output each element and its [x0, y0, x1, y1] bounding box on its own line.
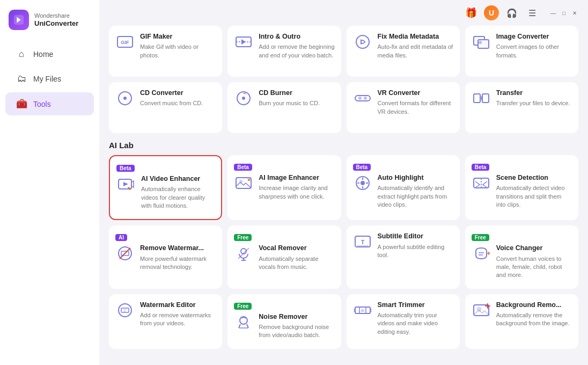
intro-outro-icon — [234, 32, 253, 52]
files-icon: 🗂 — [16, 74, 27, 84]
image-converter-desc: Convert images to other formats. — [496, 43, 572, 60]
card-smart-trimmer[interactable]: AI Smart Trimmer Automatically trim your… — [347, 294, 460, 349]
gif-maker-title: GIF Maker — [140, 32, 216, 41]
beta-badge-scene: Beta — [472, 164, 490, 171]
card-fix-metadata[interactable]: Fix Media Metadata Auto-fix and edit met… — [347, 26, 460, 77]
smart-trimmer-icon: AI — [353, 301, 372, 320]
card-background-remover[interactable]: Background Remo... Automatically remove … — [465, 294, 578, 349]
svg-rect-17 — [355, 96, 370, 101]
remove-watermark-desc: More powerful watermark removal technolo… — [140, 255, 216, 272]
image-converter-title: Image Converter — [496, 32, 572, 41]
card-vr-converter[interactable]: VR Converter Convert formats for differe… — [347, 82, 460, 133]
beta-badge-video: Beta — [116, 165, 135, 172]
remove-watermark-title: Remove Watermar... — [140, 244, 216, 252]
svg-text:T: T — [361, 239, 364, 245]
card-noise-remover[interactable]: Free Noise Remover Remove background noi… — [227, 294, 341, 349]
headset-icon[interactable]: 🎧 — [504, 5, 519, 20]
ai-image-enhancer-title: AI Image Enhancer — [259, 173, 334, 182]
free-badge-noise: Free — [234, 303, 252, 310]
home-icon: ⌂ — [16, 49, 27, 60]
svg-rect-20 — [474, 94, 480, 103]
transfer-desc: Transfer your files to device. — [496, 99, 572, 107]
svg-text:AI: AI — [361, 309, 364, 312]
intro-outro-title: Intro & Outro — [259, 32, 334, 41]
svg-point-8 — [361, 40, 364, 43]
subtitle-editor-desc: A powerful subtitle editing tool. — [378, 243, 453, 260]
background-remover-title: Background Remo... — [496, 301, 572, 309]
card-watermark-editor[interactable]: Watermark Editor Add or remove watermark… — [109, 294, 222, 349]
card-scene-detection[interactable]: Beta Scene Detection Automatically detec… — [465, 155, 578, 220]
sidebar: Wondershare UniConverter ⌂ Home 🗂 My Fil… — [0, 0, 99, 365]
svg-point-32 — [361, 181, 365, 185]
svg-line-41 — [238, 248, 249, 259]
card-auto-highlight[interactable]: Beta Auto Highlight — [347, 155, 460, 220]
smart-trimmer-title: Smart Trimmer — [378, 301, 453, 309]
ai-lab-title: AI Lab — [109, 141, 578, 150]
minimize-button[interactable]: — — [549, 9, 557, 17]
svg-point-18 — [358, 97, 362, 100]
background-remover-desc: Automatically remove the background from… — [496, 311, 572, 328]
close-button[interactable]: ✕ — [571, 9, 578, 17]
card-transfer[interactable]: Transfer Transfer your files to device. — [465, 82, 578, 133]
user-avatar[interactable]: U — [484, 5, 499, 20]
auto-highlight-icon — [353, 173, 372, 193]
card-voice-changer[interactable]: Free Voice Changer Convert human voices … — [465, 225, 578, 288]
card-intro-outro[interactable]: Intro & Outro Add or remove the beginnin… — [227, 26, 341, 77]
sidebar-item-myfiles[interactable]: 🗂 My Files — [5, 68, 94, 90]
ai-image-enhancer-desc: Increase image clarity and sharpness wit… — [259, 184, 334, 201]
cd-burner-title: CD Burner — [259, 89, 334, 97]
tools-content: GIF GIF Maker Make Gif with video or pho… — [99, 26, 588, 365]
smart-trimmer-desc: Automatically trim your videos and make … — [378, 311, 453, 336]
app-logo — [9, 10, 29, 30]
gift-icon[interactable]: 🎁 — [464, 5, 479, 20]
gif-maker-desc: Make Gif with video or photos. — [140, 43, 216, 60]
app-name: Wondershare UniConverter — [34, 12, 78, 28]
tools-grid-top: GIF GIF Maker Make Gif with video or pho… — [109, 26, 578, 77]
card-vocal-remover[interactable]: Free Vocal Remover Automatically — [227, 225, 341, 288]
card-subtitle-editor[interactable]: T Subtitle Editor A powerful subtitle ed… — [347, 225, 460, 288]
tools-icon: 🧰 — [16, 98, 27, 110]
card-image-converter[interactable]: Image Converter Convert images to other … — [465, 26, 578, 77]
noise-remover-icon — [234, 312, 253, 332]
scene-detection-desc: Automatically detect video transitions a… — [496, 184, 572, 209]
svg-rect-48 — [121, 308, 129, 312]
auto-highlight-title: Auto Highlight — [378, 173, 453, 182]
scene-detection-icon — [472, 173, 491, 193]
card-remove-watermark[interactable]: AI Remove Watermar... More powerful wate… — [109, 225, 222, 288]
beta-badge-highlight: Beta — [353, 164, 371, 171]
noise-remover-desc: Remove background noise from video/audio… — [259, 323, 334, 340]
tools-grid-cd: ↑ CD Converter Convert music from CD. — [109, 82, 578, 133]
sidebar-item-home[interactable]: ⌂ Home — [5, 43, 94, 65]
tools-grid-row4: AI Remove Watermar... More powerful wate… — [109, 225, 578, 288]
ai-video-enhancer-desc: Automatically enhance videos for clearer… — [141, 185, 215, 210]
free-badge-voice: Free — [472, 234, 489, 241]
card-gif-maker[interactable]: GIF GIF Maker Make Gif with video or pho… — [109, 26, 222, 77]
voice-changer-title: Voice Changer — [496, 244, 572, 252]
cd-burner-desc: Burn your music to CD. — [259, 99, 334, 107]
ai-video-enhancer-title: AI Video Enhancer — [141, 174, 215, 183]
watermark-editor-icon — [115, 301, 135, 320]
card-ai-video-enhancer[interactable]: Beta AI Video Enhancer Automatica — [109, 155, 222, 220]
sidebar-item-tools[interactable]: 🧰 Tools — [5, 92, 94, 115]
vocal-remover-title: Vocal Remover — [259, 244, 334, 252]
vr-converter-icon — [353, 89, 372, 108]
intro-outro-desc: Add or remove the beginning and end of y… — [259, 43, 334, 60]
svg-point-13 — [123, 97, 127, 100]
menu-icon[interactable]: ☰ — [525, 5, 540, 20]
cd-converter-title: CD Converter — [140, 89, 216, 97]
image-converter-icon — [472, 32, 491, 52]
svg-text:↑: ↑ — [124, 103, 126, 107]
svg-text:GIF: GIF — [121, 40, 130, 45]
tools-grid-ailab: Beta AI Video Enhancer Automatica — [109, 155, 578, 220]
window-controls: — □ ✕ — [549, 9, 578, 17]
card-ai-image-enhancer[interactable]: Beta AI Image Enhancer Increase image cl… — [227, 155, 341, 220]
logo-area: Wondershare UniConverter — [0, 0, 99, 42]
cd-converter-icon: ↑ — [115, 89, 135, 108]
maximize-button[interactable]: □ — [560, 9, 568, 17]
fix-metadata-desc: Auto-fix and edit metadata of media file… — [378, 43, 453, 60]
ai-image-enhancer-icon — [234, 173, 253, 193]
topbar: 🎁 U 🎧 ☰ — □ ✕ — [99, 0, 588, 26]
card-cd-converter[interactable]: ↑ CD Converter Convert music from CD. — [109, 82, 222, 133]
svg-point-11 — [479, 41, 482, 44]
card-cd-burner[interactable]: CD Burner Burn your music to CD. — [227, 82, 341, 133]
